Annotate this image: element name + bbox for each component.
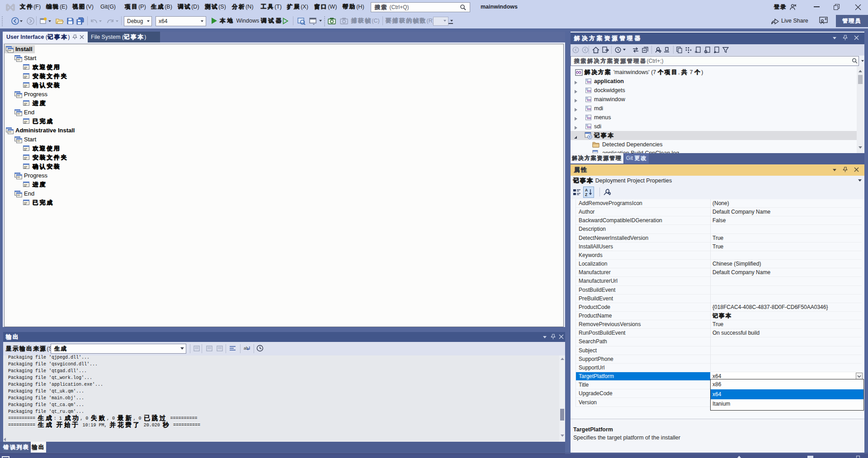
svg-text:++: ++ (587, 89, 591, 93)
svg-text:ab: ab (244, 346, 248, 351)
svg-text:++: ++ (587, 107, 591, 112)
svg-text:Z: Z (585, 192, 587, 196)
svg-text:++: ++ (587, 98, 591, 103)
svg-text:A: A (585, 188, 588, 192)
svg-text:++: ++ (587, 116, 591, 121)
svg-text:++: ++ (587, 80, 591, 84)
svg-text:++: ++ (587, 125, 591, 130)
